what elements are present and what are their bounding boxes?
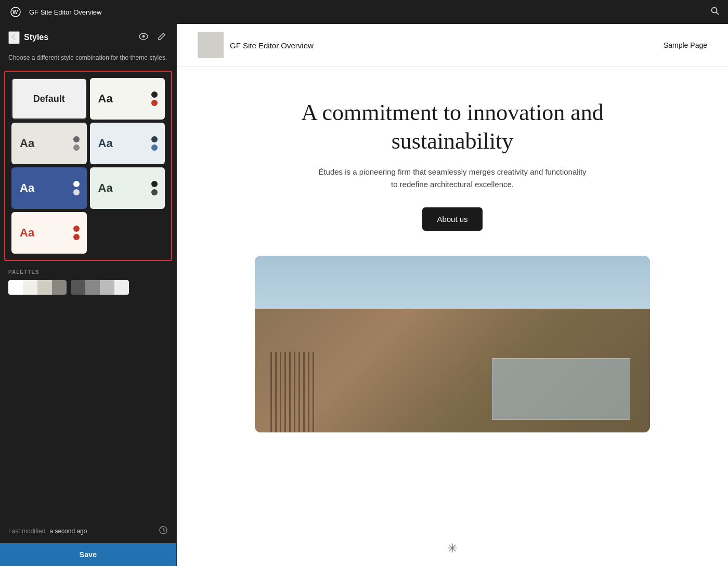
dots-white-red bbox=[151, 91, 158, 106]
building-facade bbox=[255, 309, 650, 432]
svg-line-3 bbox=[717, 12, 719, 15]
palettes-section: PALETTES bbox=[0, 261, 176, 519]
top-bar-title: GF Site Editor Overview bbox=[29, 8, 704, 16]
sidebar: Styles Choose a different style combinat… bbox=[0, 24, 177, 566]
card-aa-mint: Aa bbox=[98, 181, 113, 195]
style-card-lightblue[interactable]: Aa bbox=[90, 123, 165, 164]
styles-panel-title: Styles bbox=[24, 33, 133, 42]
nav-link-sample-page[interactable]: Sample Page bbox=[664, 41, 707, 49]
hero-heading: A commitment to innovation and sustainab… bbox=[296, 98, 608, 155]
svg-text:W: W bbox=[12, 9, 18, 15]
card-aa-gray: Aa bbox=[20, 137, 34, 150]
dot2-gray bbox=[73, 144, 80, 151]
asterisk-footer: ✳ bbox=[177, 531, 728, 566]
save-button[interactable]: Save bbox=[0, 543, 176, 566]
v-line-8 bbox=[303, 352, 305, 432]
v-line-7 bbox=[298, 352, 300, 432]
dots-lightblue bbox=[151, 136, 158, 151]
swatch-gray bbox=[52, 280, 67, 295]
palettes-row bbox=[8, 280, 168, 295]
back-button[interactable] bbox=[8, 31, 20, 44]
sidebar-header: Styles bbox=[0, 24, 176, 51]
last-modified-value: a second ago bbox=[49, 528, 87, 535]
style-card-mint[interactable]: Aa bbox=[90, 167, 165, 209]
v-line-9 bbox=[308, 352, 309, 432]
style-card-cream[interactable]: Aa bbox=[11, 212, 87, 254]
style-card-gray[interactable]: Aa bbox=[11, 123, 87, 164]
dot1-mint bbox=[151, 181, 158, 187]
sidebar-footer: Last modified a second ago bbox=[0, 519, 176, 543]
dot2-blue bbox=[73, 189, 80, 195]
v-line-2 bbox=[275, 352, 277, 432]
svg-point-5 bbox=[142, 35, 145, 38]
site-content: A commitment to innovation and sustainab… bbox=[177, 67, 728, 531]
last-modified-label: Last modified bbox=[8, 528, 45, 535]
swatch-white bbox=[8, 280, 23, 295]
card-aa-blue: Aa bbox=[20, 181, 34, 195]
about-us-button[interactable]: About us bbox=[422, 207, 482, 231]
swatch-dark4 bbox=[114, 280, 129, 295]
v-line-4 bbox=[284, 352, 286, 432]
v-line-5 bbox=[289, 352, 291, 432]
palette-swatch-dark[interactable] bbox=[71, 280, 129, 295]
card-aa-white-red: Aa bbox=[98, 92, 113, 106]
swatch-dark3 bbox=[100, 280, 114, 295]
card-aa-lightblue: Aa bbox=[98, 137, 113, 150]
style-card-blue[interactable]: Aa bbox=[11, 167, 87, 209]
v-line-10 bbox=[313, 352, 314, 432]
site-header: GF Site Editor Overview Sample Page bbox=[177, 24, 728, 67]
card-aa-cream: Aa bbox=[20, 226, 34, 240]
dot1-white-red bbox=[151, 91, 158, 98]
dots-cream bbox=[73, 226, 80, 240]
swatch-dark2 bbox=[85, 280, 100, 295]
hero-image bbox=[255, 256, 650, 432]
site-name: GF Site Editor Overview bbox=[230, 41, 314, 50]
palettes-label: PALETTES bbox=[8, 269, 168, 275]
dots-blue bbox=[73, 181, 80, 195]
dots-mint bbox=[151, 181, 158, 195]
edit-styles-button[interactable] bbox=[155, 30, 168, 45]
default-card-label: Default bbox=[33, 94, 65, 104]
main-layout: Styles Choose a different style combinat… bbox=[0, 24, 728, 566]
site-logo bbox=[198, 32, 224, 58]
dot2-cream bbox=[73, 234, 80, 240]
dot1-blue bbox=[73, 181, 80, 187]
palette-swatch-light[interactable] bbox=[8, 280, 67, 295]
styles-grid-container: Default Aa Aa bbox=[4, 71, 172, 261]
swatch-dark1 bbox=[71, 280, 85, 295]
preview-styles-button[interactable] bbox=[137, 31, 150, 44]
dots-gray bbox=[73, 136, 80, 151]
preview-area: GF Site Editor Overview Sample Page A co… bbox=[177, 24, 728, 566]
wp-logo[interactable]: W bbox=[8, 5, 23, 19]
history-icon[interactable] bbox=[159, 525, 168, 537]
dot1-cream bbox=[73, 226, 80, 232]
swatch-tan bbox=[37, 280, 52, 295]
v-line-6 bbox=[294, 352, 295, 432]
building-lines bbox=[270, 352, 508, 432]
dot1-lightblue bbox=[151, 136, 158, 142]
top-bar: W GF Site Editor Overview bbox=[0, 0, 728, 24]
asterisk-symbol: ✳ bbox=[447, 541, 458, 555]
glass-panel bbox=[492, 358, 630, 420]
style-card-white-red[interactable]: Aa bbox=[90, 78, 165, 120]
v-line-1 bbox=[270, 352, 272, 432]
v-line-3 bbox=[280, 352, 281, 432]
dot1-gray bbox=[73, 136, 80, 142]
styles-description: Choose a different style combination for… bbox=[0, 51, 176, 71]
site-logo-area: GF Site Editor Overview bbox=[198, 32, 314, 58]
building-simulation bbox=[255, 256, 650, 432]
swatch-cream bbox=[23, 280, 37, 295]
dot2-white-red bbox=[151, 100, 158, 106]
styles-grid: Default Aa Aa bbox=[11, 74, 165, 258]
dot2-mint bbox=[151, 189, 158, 195]
hero-subtext: Études is a pioneering firm that seamles… bbox=[317, 166, 588, 191]
style-card-default[interactable]: Default bbox=[11, 78, 87, 120]
svg-point-2 bbox=[712, 8, 717, 13]
sidebar-header-actions bbox=[137, 30, 168, 45]
dot2-lightblue bbox=[151, 144, 158, 151]
search-icon[interactable] bbox=[710, 6, 720, 18]
